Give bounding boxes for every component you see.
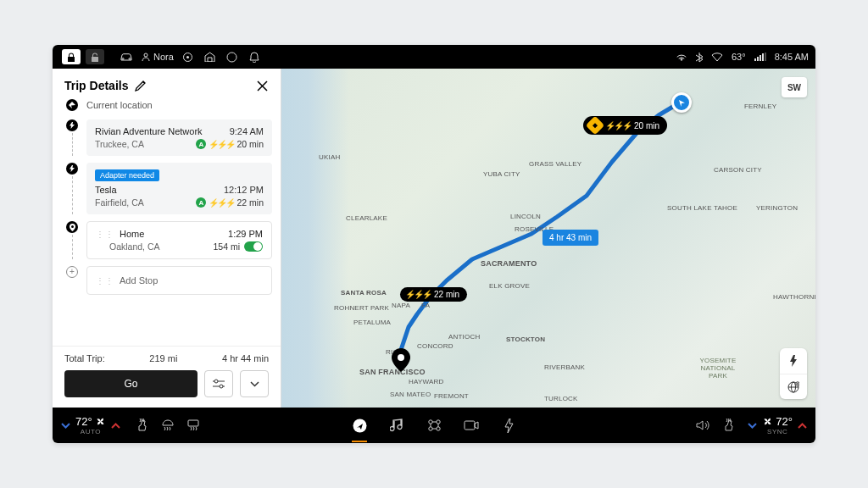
svg-point-18	[436, 420, 439, 424]
stop-location: Truckee, CA	[95, 139, 144, 149]
add-stop-button[interactable]: ⋮⋮ Add Stop	[86, 266, 272, 295]
destination-card[interactable]: ⋮⋮Home 1:29 PM Oakland, CA 154 mi	[86, 221, 272, 259]
globe-layer-button[interactable]	[780, 374, 807, 399]
map-city-label: LINCOLN	[510, 213, 541, 220]
unlock-button[interactable]	[86, 49, 104, 64]
hotspot-icon[interactable]	[676, 52, 687, 62]
passenger-mode: SYNC	[767, 428, 787, 435]
user-name: Nora	[153, 52, 174, 62]
map-city-label: CLEARLAKE	[346, 214, 387, 222]
svg-point-20	[436, 427, 439, 430]
temp-up-button[interactable]	[798, 423, 807, 429]
map-city-label: HAWTHORNE	[773, 293, 815, 301]
svg-point-2	[186, 56, 189, 58]
temp-down-button[interactable]	[748, 423, 757, 429]
map-city-label: SACRAMENTO	[481, 259, 537, 268]
defrost-front-icon[interactable]	[161, 419, 175, 432]
charger-layer-button[interactable]	[780, 348, 807, 374]
charging-stop-card[interactable]: Adapter needed Tesla 12:12 PM Fairfield,…	[86, 163, 272, 214]
charge-stop-icon	[66, 163, 78, 175]
wifi-icon[interactable]	[711, 53, 723, 62]
camera-tab[interactable]	[462, 413, 481, 437]
stop-name: Home	[120, 229, 144, 239]
map-city-label: FERNLEY	[744, 103, 776, 110]
map-view[interactable]: SACRAMENTO SAN FRANCISCO SANTA ROSA FREM…	[281, 69, 815, 408]
temp-up-button[interactable]	[111, 423, 120, 429]
charge-duration: 20 min	[236, 139, 264, 149]
map-city-label: RIVERBANK	[544, 363, 585, 371]
route-options-button[interactable]	[204, 370, 233, 397]
driver-climate[interactable]: 72° AUTO	[61, 415, 120, 435]
map-city-label: FA	[421, 302, 430, 309]
map-city-label: NAPA	[392, 302, 410, 309]
map-city-label: ROHNERT PARK	[334, 304, 389, 312]
charge-duration: 22 min	[236, 197, 264, 208]
passenger-seat-heat-icon[interactable]	[722, 419, 736, 432]
passenger-climate[interactable]: 72° SYNC	[748, 415, 807, 435]
go-button[interactable]: Go	[64, 370, 198, 397]
defrost-rear-icon[interactable]	[186, 419, 200, 432]
map-city-label: ANTIOCH	[448, 333, 480, 341]
garage-icon[interactable]	[199, 52, 221, 62]
svg-point-19	[428, 427, 431, 430]
vehicle-display: Nora 63° 8:45 AM Trip Details	[53, 45, 815, 443]
voice-assistant-icon[interactable]	[221, 52, 243, 63]
map-charge-duration: 22 min	[434, 290, 459, 299]
compass-button[interactable]: SW	[782, 77, 807, 97]
close-icon[interactable]	[256, 80, 269, 92]
charge-grade-badge: A	[196, 197, 206, 208]
map-city-label: SAN MATEO	[390, 391, 431, 398]
bluetooth-icon[interactable]	[696, 52, 703, 63]
charge-stop-icon	[66, 119, 78, 131]
current-location-label: Current location	[86, 100, 153, 110]
map-charge-duration: 20 min	[634, 121, 659, 130]
map-city-label: FREMONT	[434, 392, 469, 400]
nav-tab[interactable]	[350, 413, 369, 437]
stop-arrival-time: 12:12 PM	[224, 185, 264, 195]
map-city-label: SOUTH LAKE TAHOE	[667, 204, 737, 212]
dock-tabs	[350, 413, 518, 437]
bolt-icon: ⚡⚡⚡	[209, 198, 234, 208]
svg-rect-15	[188, 420, 198, 426]
total-distance: 219 mi	[149, 353, 177, 363]
map-city-label: CARSON CITY	[714, 166, 762, 174]
volume-icon[interactable]	[696, 419, 710, 431]
map-city-label: TURLOCK	[544, 395, 578, 402]
fan-icon	[95, 416, 106, 427]
target-icon[interactable]	[177, 52, 199, 63]
charging-stop-card[interactable]: Rivian Adventure Network 9:24 AM Truckee…	[86, 119, 272, 156]
map-city-label: ELK GROVE	[489, 282, 530, 290]
map-charge-badge[interactable]: ⚡⚡⚡ 20 min	[583, 116, 667, 135]
bottom-dock: 72° AUTO 72° SYNC	[53, 408, 815, 443]
svg-rect-21	[465, 421, 475, 430]
vehicle-icon[interactable]	[115, 52, 137, 62]
passenger-temp: 72°	[776, 415, 793, 428]
drive-modes-tab[interactable]	[425, 413, 443, 437]
lock-button[interactable]	[62, 49, 81, 64]
total-duration: 4 hr 44 min	[222, 353, 269, 363]
stop-toggle[interactable]	[244, 241, 263, 252]
panel-title: Trip Details	[64, 79, 128, 92]
stop-name: Tesla	[95, 185, 117, 195]
map-city-label: CONCORD	[417, 342, 453, 350]
seat-heat-icon[interactable]	[136, 419, 149, 432]
current-position-marker	[671, 92, 692, 113]
map-city-label: UKIAH	[319, 153, 340, 161]
media-tab[interactable]	[387, 413, 406, 437]
energy-tab[interactable]	[499, 413, 518, 437]
stop-location: Oakland, CA	[96, 241, 160, 252]
temp-down-button[interactable]	[61, 423, 70, 429]
drag-handle-icon[interactable]: ⋮⋮	[96, 230, 114, 239]
svg-rect-4	[754, 58, 756, 61]
map-city-label: YERINGTON	[756, 204, 798, 212]
notifications-icon[interactable]	[243, 52, 265, 63]
status-bar: Nora 63° 8:45 AM	[53, 45, 815, 69]
adapter-needed-badge: Adapter needed	[95, 169, 159, 181]
user-profile[interactable]: Nora	[137, 52, 177, 62]
expand-button[interactable]	[240, 370, 269, 397]
rivian-charger-icon	[586, 116, 605, 136]
edit-icon[interactable]	[135, 80, 146, 92]
map-controls	[780, 348, 807, 399]
map-charge-badge[interactable]: ⚡⚡⚡ 22 min	[400, 287, 467, 302]
map-city-label: STOCKTON	[506, 336, 545, 343]
